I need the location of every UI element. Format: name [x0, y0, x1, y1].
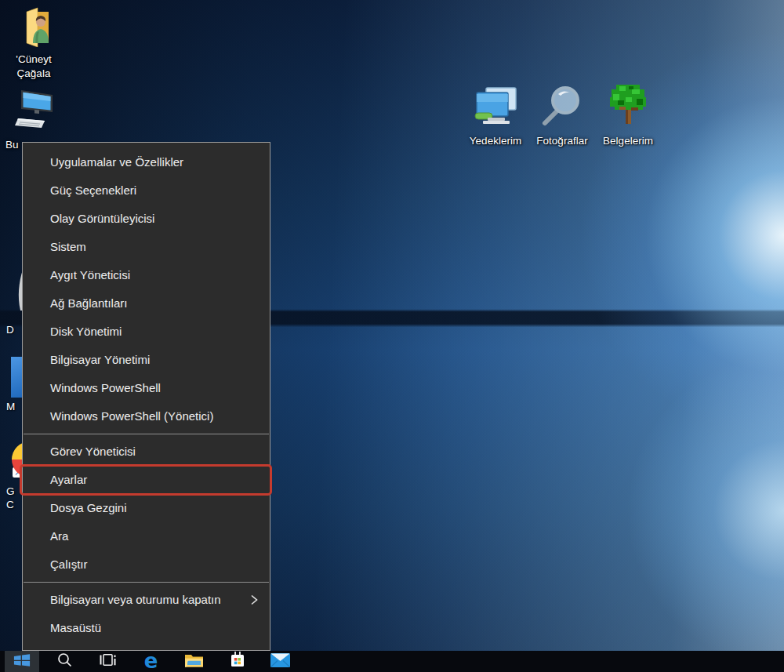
search-icon	[57, 652, 72, 670]
desktop-icon-label: Yedeklerim	[470, 134, 521, 148]
menu-item-task-manager[interactable]: Görev Yöneticisi	[23, 438, 270, 466]
menu-item-network-connections[interactable]: Ağ Bağlantıları	[23, 289, 270, 318]
menu-item-label: Dosya Gezgini	[50, 501, 127, 514]
menu-item-label: Ara	[50, 529, 68, 543]
menu-item-label: Ayarlar	[50, 473, 87, 486]
this-pc-icon	[13, 89, 57, 136]
mail-envelope-icon	[270, 652, 291, 671]
menu-item-label: Çalıştır	[50, 558, 88, 571]
edge-button[interactable]: e	[129, 651, 172, 672]
menu-item-event-viewer[interactable]: Olay Görüntüleyicisi	[23, 205, 270, 233]
magnifier-icon	[539, 83, 585, 132]
partial-icon-label: G	[6, 485, 15, 497]
file-explorer-button[interactable]	[172, 651, 216, 672]
windows-logo-icon	[13, 653, 31, 670]
menu-item-device-manager[interactable]: Aygıt Yöneticisi	[23, 261, 270, 289]
desktop-icon-label: Belgelerim	[603, 134, 653, 148]
desktop-icon-label: Fotoğraflar	[536, 134, 587, 148]
desktop-icon-yedeklerim[interactable]: Yedeklerim	[466, 83, 525, 148]
menu-item-run[interactable]: Çalıştır	[23, 550, 270, 579]
menu-item-label: Sistem	[50, 240, 86, 253]
partial-icon-label: C	[6, 499, 14, 510]
desktop-wallpaper: 'Cüneyt Çağala Bu D ↗ M	[0, 0, 784, 672]
menu-item-label: Ağ Bağlantıları	[50, 296, 127, 310]
backup-monitors-icon	[472, 83, 519, 132]
menu-item-label: Bilgisayar Yönetimi	[50, 353, 150, 366]
search-button[interactable]	[43, 651, 86, 672]
partial-icon-label: M	[6, 401, 15, 412]
menu-item-label: Aygıt Yöneticisi	[50, 268, 130, 282]
menu-item-system[interactable]: Sistem	[23, 233, 270, 261]
menu-item-label: Olay Görüntüleyicisi	[50, 212, 154, 225]
taskbar: e	[0, 651, 784, 672]
menu-item-label: Windows PowerShell (Yönetici)	[50, 409, 213, 423]
task-view-button[interactable]	[86, 651, 129, 672]
start-button[interactable]	[5, 651, 39, 672]
desktop-icon-fotograflar[interactable]: Fotoğraflar	[532, 83, 592, 148]
menu-item-label: Bilgisayarı veya oturumu kapatın	[50, 593, 221, 606]
menu-item-label: Windows PowerShell	[50, 381, 161, 394]
menu-item-apps-features[interactable]: Uygulamalar ve Özellikler	[23, 148, 270, 176]
partial-icon-label: D	[6, 324, 14, 336]
mail-button[interactable]	[259, 651, 302, 672]
store-bag-icon	[229, 651, 246, 672]
menu-item-file-explorer[interactable]: Dosya Gezgini	[23, 494, 270, 522]
edge-icon: e	[144, 651, 158, 671]
task-view-icon	[100, 653, 116, 670]
menu-separator	[24, 582, 269, 583]
desktop-icon-user-folder[interactable]: 'Cüneyt Çağala	[4, 6, 64, 80]
menu-item-settings[interactable]: Ayarlar	[23, 466, 270, 494]
menu-item-computer-management[interactable]: Bilgisayar Yönetimi	[23, 346, 270, 374]
menu-item-powershell[interactable]: Windows PowerShell	[23, 374, 270, 402]
tree-icon	[607, 83, 649, 132]
menu-item-powershell-admin[interactable]: Windows PowerShell (Yönetici)	[23, 402, 270, 430]
menu-item-desktop[interactable]: Masaüstü	[23, 614, 270, 642]
desktop-icon-label: 'Cüneyt Çağala	[4, 53, 64, 80]
menu-item-disk-management[interactable]: Disk Yönetimi	[23, 318, 270, 346]
menu-item-shutdown[interactable]: Bilgisayarı veya oturumu kapatın	[23, 586, 270, 614]
user-folder-icon	[13, 6, 54, 50]
menu-item-search[interactable]: Ara	[23, 522, 270, 550]
menu-item-power-options[interactable]: Güç Seçenekleri	[23, 176, 270, 205]
submenu-chevron-icon	[249, 593, 260, 607]
desktop-icon-belgelerim[interactable]: Belgelerim	[598, 83, 658, 148]
menu-separator	[24, 434, 269, 434]
winx-context-menu: Uygulamalar ve Özellikler Güç Seçenekler…	[22, 142, 270, 651]
store-button[interactable]	[216, 651, 259, 672]
menu-item-label: Uygulamalar ve Özellikler	[50, 155, 183, 169]
folder-icon	[184, 652, 204, 671]
desktop-icon-label: Bu	[5, 138, 19, 152]
menu-item-label: Görev Yöneticisi	[50, 445, 136, 458]
menu-item-label: Güç Seçenekleri	[50, 183, 136, 197]
menu-item-label: Disk Yönetimi	[50, 325, 122, 338]
menu-item-label: Masaüstü	[50, 621, 101, 634]
